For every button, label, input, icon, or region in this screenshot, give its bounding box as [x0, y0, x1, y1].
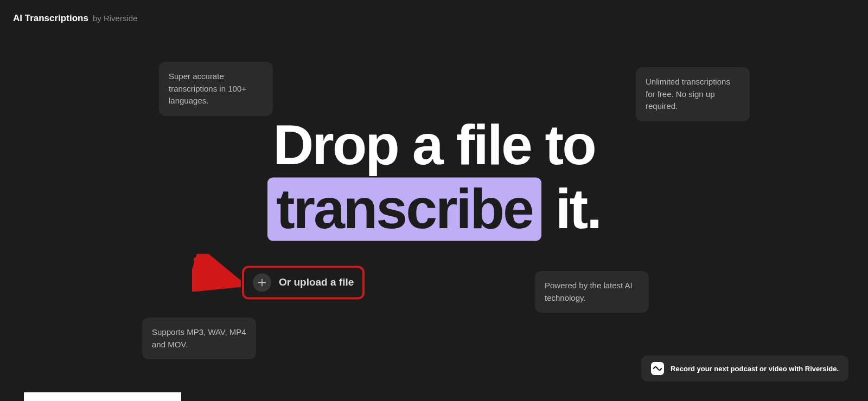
upload-button-label: Or upload a file [279, 277, 354, 289]
callout-accuracy: Super accurate transcriptions in 100+ la… [159, 62, 273, 116]
headline-line1: Drop a file to [273, 113, 595, 176]
headline-suffix: it. [541, 177, 601, 240]
headline-highlight: transcribe [267, 177, 541, 241]
bottom-strip [24, 392, 181, 401]
header: AI Transcriptions by Riverside [13, 13, 137, 24]
cta-text: Record your next podcast or video with R… [671, 365, 839, 373]
main-hero[interactable]: Drop a file to transcribe it. Or upload … [0, 113, 868, 266]
record-cta-bar[interactable]: Record your next podcast or video with R… [641, 355, 848, 381]
app-title: AI Transcriptions [13, 13, 88, 24]
wave-icon [651, 362, 664, 375]
callout-unlimited: Unlimited transcriptions for free. No si… [636, 67, 750, 121]
callout-formats: Supports MP3, WAV, MP4 and MOV. [142, 318, 256, 359]
annotation-arrow-icon [192, 254, 241, 292]
app-byline: by Riverside [93, 14, 138, 23]
headline: Drop a file to transcribe it. [0, 113, 868, 241]
plus-icon [253, 274, 271, 292]
callout-ai: Powered by the latest AI technology. [535, 271, 649, 313]
upload-file-button[interactable]: Or upload a file [242, 266, 365, 300]
